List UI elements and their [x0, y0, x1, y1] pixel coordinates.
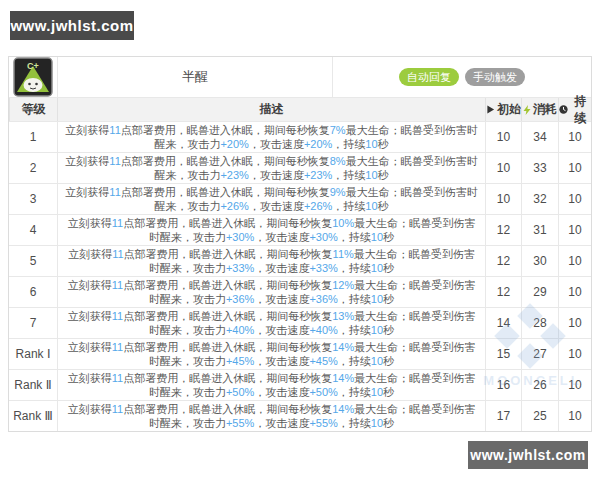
sp-cost-cell: 28 [521, 308, 558, 338]
description-cell: 立刻获得11点部署费用，眠兽进入休眠，期间每秒恢复13%最大生命；眠兽受到伤害时… [57, 308, 485, 338]
description-cell: 立刻获得11点部署费用，眠兽进入休眠，期间每秒恢复7%最大生命；眠兽受到伤害时醒… [57, 122, 485, 152]
description-cell: 立刻获得11点部署费用，眠兽进入休眠，期间每秒恢复10%最大生命；眠兽受到伤害时… [57, 215, 485, 245]
skill-icon: C+ [13, 57, 53, 97]
duration-cell: 10 [558, 370, 591, 400]
initial-sp-cell: 16 [485, 370, 521, 400]
badge-manual-trigger: 手动触发 [465, 68, 525, 86]
duration-cell: 10 [558, 246, 591, 276]
level-cell: 6 [9, 277, 57, 307]
duration-cell: 10 [558, 401, 591, 431]
skill-icon-cell: C+ [9, 57, 57, 97]
initial-sp-cell: 17 [485, 401, 521, 431]
description-cell: 立刻获得11点部署费用，眠兽进入休眠，期间每秒恢复9%最大生命；眠兽受到伤害时醒… [57, 184, 485, 214]
skill-table: C+ 半醒 自动回复 手动触发 等级 描述 [8, 56, 592, 432]
skill-header-row: C+ 半醒 自动回复 手动触发 [9, 57, 591, 97]
skill-table-body: 1立刻获得11点部署费用，眠兽进入休眠，期间每秒恢复7%最大生命；眠兽受到伤害时… [9, 121, 591, 431]
description-cell: 立刻获得11点部署费用，眠兽进入休眠，期间每秒恢复14%最大生命；眠兽受到伤害时… [57, 370, 485, 400]
table-row: 6立刻获得11点部署费用，眠兽进入休眠，期间每秒恢复12%最大生命；眠兽受到伤害… [9, 276, 591, 307]
duration-cell: 10 [558, 308, 591, 338]
sp-cost-cell: 32 [521, 184, 558, 214]
sp-cost-cell: 29 [521, 277, 558, 307]
sp-cost-cell: 34 [521, 122, 558, 152]
table-row: 1立刻获得11点部署费用，眠兽进入休眠，期间每秒恢复7%最大生命；眠兽受到伤害时… [9, 121, 591, 152]
initial-sp-cell: 14 [485, 308, 521, 338]
sp-cost-cell: 33 [521, 153, 558, 183]
sp-cost-cell: 30 [521, 246, 558, 276]
initial-sp-cell: 12 [485, 277, 521, 307]
initial-sp-cell: 10 [485, 122, 521, 152]
level-cell: 1 [9, 122, 57, 152]
lightning-icon [523, 105, 531, 115]
header-level: 等级 [9, 98, 57, 121]
table-row: 5立刻获得11点部署费用，眠兽进入休眠，期间每秒恢复11%最大生命；眠兽受到伤害… [9, 245, 591, 276]
play-icon [486, 105, 495, 114]
duration-cell: 10 [558, 339, 591, 369]
initial-sp-cell: 12 [485, 246, 521, 276]
table-row: Rank Ⅰ立刻获得11点部署费用，眠兽进入休眠，期间每秒恢复14%最大生命；眠… [9, 338, 591, 369]
duration-cell: 10 [558, 184, 591, 214]
duration-cell: 10 [558, 277, 591, 307]
level-cell: 5 [9, 246, 57, 276]
table-row: Rank Ⅲ立刻获得11点部署费用，眠兽进入休眠，期间每秒恢复14%最大生命；眠… [9, 400, 591, 431]
badge-auto-recovery: 自动回复 [399, 68, 459, 86]
duration-cell: 10 [558, 215, 591, 245]
table-row: Rank Ⅱ立刻获得11点部署费用，眠兽进入休眠，期间每秒恢复14%最大生命；眠… [9, 369, 591, 400]
description-cell: 立刻获得11点部署费用，眠兽进入休眠，期间每秒恢复8%最大生命；眠兽受到伤害时醒… [57, 153, 485, 183]
level-cell: 3 [9, 184, 57, 214]
skill-name: 半醒 [57, 57, 332, 97]
duration-cell: 10 [558, 153, 591, 183]
description-cell: 立刻获得11点部署费用，眠兽进入休眠，期间每秒恢复14%最大生命；眠兽受到伤害时… [57, 401, 485, 431]
description-cell: 立刻获得11点部署费用，眠兽进入休眠，期间每秒恢复14%最大生命；眠兽受到伤害时… [57, 339, 485, 369]
watermark-bottom-right: www.jwhlst.com [468, 441, 588, 469]
header-description: 描述 [57, 98, 485, 121]
description-cell: 立刻获得11点部署费用，眠兽进入休眠，期间每秒恢复11%最大生命；眠兽受到伤害时… [57, 246, 485, 276]
sp-cost-cell: 31 [521, 215, 558, 245]
sp-cost-cell: 25 [521, 401, 558, 431]
sp-cost-cell: 26 [521, 370, 558, 400]
table-row: 3立刻获得11点部署费用，眠兽进入休眠，期间每秒恢复9%最大生命；眠兽受到伤害时… [9, 183, 591, 214]
watermark-top-left: www.jwhlst.com [10, 11, 134, 40]
initial-sp-cell: 15 [485, 339, 521, 369]
level-cell: 7 [9, 308, 57, 338]
initial-sp-cell: 10 [485, 184, 521, 214]
table-row: 7立刻获得11点部署费用，眠兽进入休眠，期间每秒恢复13%最大生命；眠兽受到伤害… [9, 307, 591, 338]
level-cell: Rank Ⅰ [9, 339, 57, 369]
initial-sp-cell: 10 [485, 153, 521, 183]
level-cell: Rank Ⅲ [9, 401, 57, 431]
sp-cost-cell: 27 [521, 339, 558, 369]
level-cell: Rank Ⅱ [9, 370, 57, 400]
table-row: 2立刻获得11点部署费用，眠兽进入休眠，期间每秒恢复8%最大生命；眠兽受到伤害时… [9, 152, 591, 183]
duration-cell: 10 [558, 122, 591, 152]
svg-text:C+: C+ [27, 61, 39, 71]
table-row: 4立刻获得11点部署费用，眠兽进入休眠，期间每秒恢复10%最大生命；眠兽受到伤害… [9, 214, 591, 245]
header-sp-cost: 消耗 [521, 98, 558, 121]
page: www.jwhlst.com C+ 半醒 自动回复 手动触发 [0, 0, 600, 480]
level-cell: 2 [9, 153, 57, 183]
header-duration: 持续 [558, 98, 591, 121]
level-cell: 4 [9, 215, 57, 245]
skill-badges: 自动回复 手动触发 [332, 57, 591, 97]
table-header-row: 等级 描述 初始 消耗 持续 [9, 97, 591, 121]
initial-sp-cell: 12 [485, 215, 521, 245]
description-cell: 立刻获得11点部署费用，眠兽进入休眠，期间每秒恢复12%最大生命；眠兽受到伤害时… [57, 277, 485, 307]
header-initial-sp: 初始 [485, 98, 521, 121]
clock-icon [559, 105, 568, 114]
